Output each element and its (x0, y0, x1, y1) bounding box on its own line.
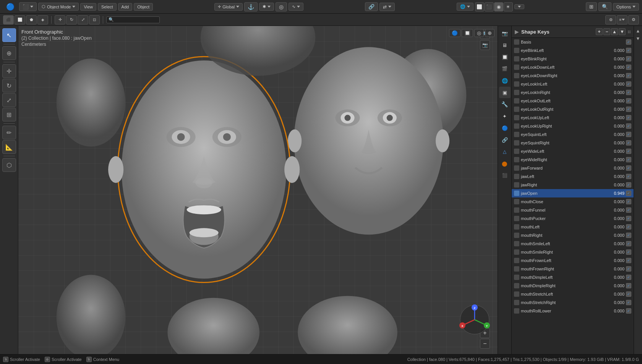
add-menu-btn[interactable]: Add (118, 3, 133, 11)
transform-tool-btn[interactable]: ⊞ (2, 108, 16, 121)
prop-texture-icon[interactable]: ⬛ (499, 170, 511, 181)
select-circle-btn[interactable]: ⬜ (15, 15, 25, 24)
shape-key-item[interactable]: jawRight0.000 (512, 181, 634, 189)
shape-key-item[interactable]: eyeLookInLeft0.000 (512, 80, 634, 88)
editor-type-btn[interactable]: ⬛ (19, 2, 37, 11)
add-object-tool-btn[interactable]: ⬡ (2, 158, 16, 172)
shape-keys-list[interactable]: BasiseyeBlinkLeft0.000eyeBlinkRight0.000… (512, 38, 634, 354)
filter-options-btn[interactable]: ⚙ (628, 15, 639, 24)
shape-key-item[interactable]: mouthLeft0.000 (512, 223, 634, 231)
search-btn[interactable]: 🔍 (598, 2, 611, 11)
prop-physics-icon[interactable]: 🔵 (499, 122, 511, 134)
shape-key-item[interactable]: mouthFrownRight0.000 (512, 265, 634, 273)
toolbar-search-input[interactable] (106, 16, 160, 23)
shape-key-checkbox[interactable] (626, 283, 631, 288)
viewport-options-btn[interactable]: 🔵 (449, 29, 460, 37)
transform-orientation-btn[interactable]: ✛ Global (214, 3, 243, 11)
shape-key-checkbox[interactable] (626, 65, 631, 70)
shape-key-item[interactable]: eyeBlinkLeft0.000 (512, 46, 634, 55)
shape-key-item[interactable]: Basis (512, 38, 634, 46)
shape-key-checkbox[interactable] (626, 115, 631, 120)
shape-key-item[interactable]: eyeSquintLeft0.000 (512, 130, 634, 139)
shape-key-item[interactable]: jawForward0.000 (512, 164, 634, 172)
select-box-btn[interactable]: ⬛ (3, 15, 14, 24)
shape-key-item[interactable]: jawOpen0.949 (512, 189, 634, 197)
global-undo-btn[interactable]: 🔗 (365, 2, 378, 11)
proportional-falloff-btn[interactable]: ∿ (289, 3, 303, 11)
view-menu-btn[interactable]: View (80, 3, 96, 11)
prop-constraints-icon[interactable]: 🔗 (499, 134, 511, 146)
annotate-tool-btn[interactable]: ✏ (2, 126, 16, 139)
viewport[interactable]: Front Orthographic (2) Collection | face… (18, 26, 498, 354)
rendered-btn[interactable]: ☀ (504, 2, 513, 11)
options-btn[interactable]: Options (613, 3, 639, 11)
right-scroll-down-btn[interactable]: ▼ (635, 35, 642, 42)
select-lasso-btn[interactable]: ⬟ (26, 15, 37, 24)
viewport-display-btn[interactable]: 🔲 (462, 29, 473, 37)
shape-key-checkbox[interactable] (626, 73, 631, 78)
prop-object-icon[interactable]: ▣ (499, 87, 511, 98)
shape-key-checkbox[interactable] (626, 165, 631, 171)
shape-key-item[interactable]: mouthStretchRight0.000 (512, 298, 634, 307)
shape-key-checkbox[interactable] (626, 132, 631, 137)
select-menu-btn[interactable]: Select (98, 3, 117, 11)
viewport-overlays-btn[interactable]: ◎ (474, 29, 484, 37)
shape-key-checkbox[interactable] (626, 107, 631, 112)
shape-key-item[interactable]: eyeWideLeft0.000 (512, 147, 634, 155)
view-layer-btn[interactable]: 🌐 (457, 3, 473, 11)
shape-key-checkbox[interactable] (626, 300, 631, 305)
move-tool-btn[interactable]: ✛ (2, 64, 16, 78)
shading-options-btn[interactable] (514, 4, 524, 9)
shape-key-checkbox[interactable] (626, 216, 631, 221)
shape-key-item[interactable]: mouthRollLower0.000 (512, 307, 634, 315)
shape-key-item[interactable]: eyeLookUpLeft0.000 (512, 113, 634, 122)
shape-key-checkbox[interactable] (626, 157, 631, 162)
blender-menu-btn[interactable]: 🔵 (3, 2, 18, 12)
shape-key-checkbox[interactable] (626, 291, 631, 297)
right-scroll-up-btn[interactable]: ▲ (635, 28, 642, 34)
shape-key-checkbox[interactable] (626, 182, 631, 188)
material-preview-btn[interactable]: ◉ (494, 2, 503, 11)
scale-btn[interactable]: ⤢ (78, 15, 88, 24)
shape-key-item[interactable]: mouthClose0.000 (512, 197, 634, 206)
shape-key-item[interactable]: eyeLookOutRight0.000 (512, 105, 634, 113)
prop-output-icon[interactable]: 🖥 (499, 39, 511, 51)
prop-render-icon[interactable]: 📷 (499, 28, 511, 39)
shape-key-remove-btn[interactable]: − (603, 28, 610, 35)
prop-world-icon[interactable]: 🌐 (499, 75, 511, 86)
shape-key-item[interactable]: eyeLookDownRight0.000 (512, 71, 634, 80)
shape-key-checkbox[interactable] (626, 140, 631, 146)
shape-key-item[interactable]: eyeSquintRight0.000 (512, 139, 634, 147)
shape-key-checkbox[interactable] (626, 258, 631, 263)
shape-key-checkbox[interactable] (626, 207, 631, 213)
move-btn[interactable]: ✛ (55, 15, 65, 24)
shape-key-checkbox[interactable] (626, 191, 631, 196)
object-mode-btn[interactable]: ⬡ Object Mode (38, 3, 79, 11)
shape-key-item[interactable]: eyeBlinkRight0.000 (512, 55, 634, 63)
snap-options-btn[interactable]: ✱ (259, 3, 274, 11)
rotate-btn[interactable]: ↻ (66, 15, 77, 24)
shape-key-checkbox[interactable] (626, 275, 631, 280)
shape-key-checkbox[interactable] (626, 149, 631, 154)
prop-scene-icon[interactable]: 🎬 (499, 63, 511, 74)
shape-key-item[interactable]: mouthStretchLeft0.000 (512, 290, 634, 298)
shape-key-item[interactable]: mouthRight0.000 (512, 231, 634, 239)
object-menu-btn[interactable]: Object (134, 3, 153, 11)
shape-key-checkbox[interactable] (626, 266, 631, 272)
shape-key-item[interactable]: mouthSmileLeft0.000 (512, 239, 634, 248)
scale-tool-btn[interactable]: ⤢ (2, 93, 16, 107)
sort-btn[interactable]: ≡ (617, 15, 627, 24)
viewport-gizmos-btn[interactable]: ⊕ (485, 29, 494, 37)
rotate-tool-btn[interactable]: ↻ (2, 79, 16, 92)
snap-magnet-btn[interactable]: ⚓ (244, 2, 258, 11)
prop-material-icon[interactable]: ⬤ (499, 158, 511, 169)
navigation-gizmo[interactable]: Z X Y (459, 304, 490, 335)
shape-key-checkbox[interactable] (626, 90, 631, 95)
prop-viewlayer-icon[interactable]: 🔲 (499, 51, 511, 63)
prop-modifier-icon[interactable]: 🔧 (499, 99, 511, 110)
shape-key-item[interactable]: eyeLookDownLeft0.000 (512, 63, 634, 71)
prop-particles-icon[interactable]: ✦ (499, 110, 511, 122)
cursor-tool-btn[interactable]: ⊕ (2, 46, 16, 60)
shape-key-item[interactable]: jawLeft0.000 (512, 172, 634, 181)
shape-key-item[interactable]: eyeWideRight0.000 (512, 155, 634, 164)
